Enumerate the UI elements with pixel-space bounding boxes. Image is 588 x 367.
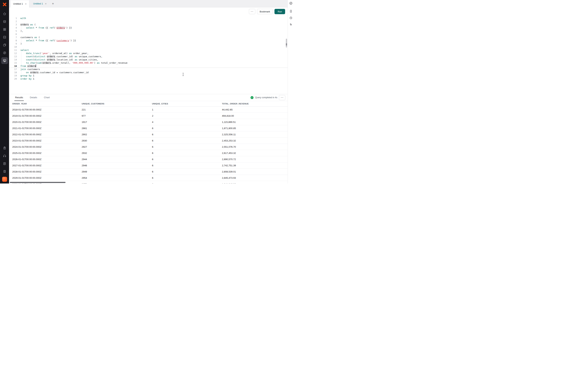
close-tab-icon[interactable]: × — [25, 2, 27, 5]
notebook-button[interactable] — [1, 160, 8, 167]
editor-line-9[interactable]: 9) — [9, 42, 288, 45]
editor-line-8[interactable]: 8 select * from {{ ref('customers') }} — [9, 39, 288, 42]
table-row[interactable]: 2019-01-01T00:00:00.000Z9772494,818.00 — [9, 113, 288, 119]
home-button[interactable] — [1, 10, 8, 17]
table-cell: 1,841,049.32 — [222, 183, 288, 184]
editor-tab-2[interactable]: Untitled 1 × — [31, 0, 49, 7]
code-text[interactable] — [20, 33, 288, 36]
column-header[interactable]: TOTAL_ORDER_REVENUE — [222, 103, 288, 105]
tab-chart[interactable]: Chart — [43, 94, 51, 101]
code-text[interactable]: order by 1 — [20, 77, 288, 81]
column-header[interactable]: UNIQUE_CUSTOMERS — [82, 103, 152, 105]
more-options-button[interactable]: ⋯ — [249, 9, 255, 14]
code-text[interactable]: date_trunc('year', ordered_at) as order_… — [20, 52, 288, 55]
code-text[interactable] — [20, 45, 288, 49]
workbench-button[interactable] — [1, 57, 8, 64]
explore-button[interactable] — [1, 50, 8, 56]
run-button[interactable]: Run — [275, 9, 285, 14]
code-text[interactable]: from orders — [20, 65, 288, 68]
code-text[interactable]: ), — [20, 29, 288, 33]
code-text[interactable]: select — [20, 49, 288, 52]
table-row[interactable]: 2025-01-01T00:00:00.000Z293262,617,453.3… — [9, 150, 288, 156]
editor-line-1[interactable]: 1with — [9, 17, 288, 20]
editor-line-2[interactable]: 2 — [9, 20, 288, 23]
calculator-button[interactable] — [1, 168, 8, 175]
new-tab-button[interactable]: + — [51, 1, 55, 6]
apps-grid-icon — [3, 28, 6, 31]
code-text[interactable]: select * from {{ ref('orders') }} — [20, 26, 288, 29]
table-cell: 1,115,869.51 — [222, 121, 288, 123]
apps-grid-button[interactable] — [1, 26, 8, 33]
table-row[interactable]: 2026-01-01T00:00:00.000Z294462,690,570.7… — [9, 156, 288, 162]
user-avatar[interactable] — [2, 177, 7, 182]
code-text[interactable]: orders as ( — [20, 23, 288, 26]
windows-button[interactable] — [1, 42, 8, 48]
app-logo[interactable] — [2, 2, 7, 7]
editor-line-11[interactable]: 11select — [9, 49, 288, 52]
horizontal-scrollbar-thumb[interactable] — [10, 182, 66, 183]
catalog-button[interactable] — [1, 18, 8, 25]
copilot-button[interactable] — [289, 1, 293, 5]
editor-line-18[interactable]: 18 on orders.customer_id = customers.cus… — [9, 71, 288, 74]
code-text[interactable]: select * from {{ ref('customers') }} — [20, 39, 288, 42]
close-tab-icon[interactable]: × — [45, 2, 47, 5]
editor-line-15[interactable]: 15 to_char(sum(orders.order_total), '999… — [9, 61, 288, 65]
code-box-button[interactable] — [1, 34, 8, 41]
table-row[interactable]: 2018-01-01T00:00:00.000Z221144,442.65 — [9, 107, 288, 113]
code-text[interactable]: count(distinct orders.customer_id) as un… — [20, 55, 288, 58]
code-text[interactable]: group by 1 — [20, 74, 288, 77]
table-row[interactable]: 2028-01-01T00:00:00.000Z294962,808,539.0… — [9, 169, 288, 175]
editor-line-7[interactable]: 7customers as ( — [9, 36, 288, 39]
results-more-button[interactable]: ⋯ — [279, 95, 285, 100]
editor-line-17[interactable]: 17join customers — [9, 68, 288, 71]
column-header[interactable]: UNIQUE_CITIES — [152, 103, 222, 105]
editor-line-4[interactable]: 4 select * from {{ ref('orders') }} — [9, 26, 288, 29]
code-text[interactable]: count(distinct orders.location_id) as un… — [20, 58, 288, 61]
table-cell: 2,808,539.01 — [222, 170, 288, 173]
editor-line-12[interactable]: 12 date_trunc('year', ordered_at) as ord… — [9, 52, 288, 55]
tab-label: Details — [30, 96, 37, 99]
column-header[interactable]: ORDER_YEAR — [12, 103, 82, 105]
query-status-area: ✓ Query completed in 4s ⋯ — [251, 94, 288, 101]
pointer-select-button[interactable] — [289, 22, 293, 26]
editor-line-5[interactable]: 5), — [9, 29, 288, 33]
support-button[interactable] — [1, 152, 8, 159]
code-text[interactable]: with — [20, 17, 288, 20]
table-cell: 2028-01-01T00:00:00.000Z — [12, 170, 82, 173]
editor-line-16[interactable]: 16from orders — [9, 65, 288, 68]
table-row[interactable]: 2022-01-01T00:00:00.000Z290262,325,556.1… — [9, 131, 288, 138]
clipboard-button[interactable] — [1, 145, 8, 151]
editor-line-3[interactable]: 3orders as ( — [9, 23, 288, 26]
editor-line-10[interactable]: 10 — [9, 45, 288, 49]
code-text[interactable]: customers as ( — [20, 36, 288, 39]
code-text[interactable]: ) — [20, 42, 288, 45]
table-row[interactable]: 2029-01-01T00:00:00.000Z295462,845,473.9… — [9, 175, 288, 181]
code-text[interactable]: join customers — [20, 68, 288, 71]
editor-tab-1[interactable]: Untitled 1 × — [10, 0, 29, 8]
history-button[interactable] — [289, 16, 293, 20]
line-number: 17 — [9, 68, 17, 71]
editor-scrollbar-thumb[interactable] — [286, 39, 287, 48]
editor-line-19[interactable]: 19group by 1 — [9, 74, 288, 77]
line-number: 11 — [9, 49, 17, 52]
editor-toolbar: ⋯ Bookmark Run — [9, 8, 288, 16]
editor-line-14[interactable]: 14 count(distinct orders.location_id) as… — [9, 58, 288, 61]
editor-line-20[interactable]: 20order by 1 — [9, 77, 288, 81]
sql-editor[interactable]: 1with23orders as (4 select * from {{ ref… — [9, 16, 288, 94]
tab-details[interactable]: Details — [29, 94, 38, 101]
code-text[interactable] — [20, 20, 288, 23]
bookmarks-button[interactable] — [289, 9, 293, 13]
tab-results[interactable]: Results — [14, 94, 24, 101]
table-row[interactable]: 2020-01-01T00:00:00.000Z191741,115,869.5… — [9, 119, 288, 125]
code-text[interactable]: to_char(sum(orders.order_total), '999,99… — [20, 61, 288, 65]
bookmark-button[interactable]: Bookmark — [257, 9, 273, 14]
table-row[interactable]: 2021-01-01T00:00:00.000Z266161,871,800.8… — [9, 125, 288, 131]
editor-line-6[interactable]: 6 — [9, 33, 288, 36]
code-text[interactable]: on orders.customer_id = customers.custom… — [20, 71, 288, 74]
line-number: 18 — [9, 71, 17, 74]
table-row[interactable]: 2024-01-01T00:00:00.000Z292762,551,076.7… — [9, 144, 288, 150]
table-row[interactable]: 2023-01-01T00:00:00.000Z293062,453,253.3… — [9, 138, 288, 144]
editor-line-13[interactable]: 13 count(distinct orders.customer_id) as… — [9, 55, 288, 58]
line-number: 1 — [9, 17, 17, 20]
table-row[interactable]: 2027-01-01T00:00:00.000Z294662,742,751.3… — [9, 162, 288, 169]
